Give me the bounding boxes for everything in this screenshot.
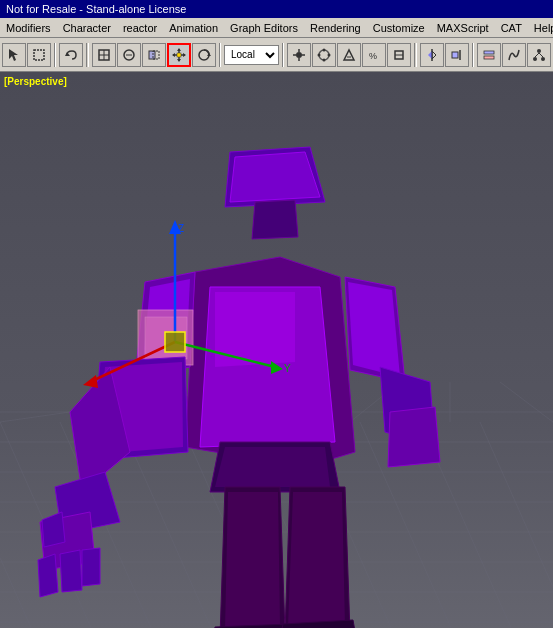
separator-6 (472, 43, 474, 67)
svg-rect-39 (484, 56, 494, 59)
menu-character[interactable]: Character (57, 20, 117, 36)
align-btn[interactable] (445, 43, 469, 67)
menu-customize[interactable]: Customize (367, 20, 431, 36)
angle-snap-btn[interactable] (337, 43, 361, 67)
svg-point-27 (318, 53, 321, 56)
svg-line-44 (539, 53, 543, 57)
svg-point-26 (323, 58, 326, 61)
svg-text:%: % (369, 51, 377, 61)
svg-rect-36 (452, 52, 458, 58)
svg-marker-94 (38, 554, 58, 597)
percent-snap-btn[interactable]: % (362, 43, 386, 67)
separator-3 (219, 43, 221, 67)
svg-point-25 (323, 48, 326, 51)
menu-maxscript[interactable]: MAXScript (431, 20, 495, 36)
svg-marker-101 (388, 407, 440, 467)
menu-graph-editors[interactable]: Graph Editors (224, 20, 304, 36)
menu-bar: Modifiers Character reactor Animation Gr… (0, 18, 553, 38)
mirror-btn[interactable] (420, 43, 444, 67)
title-text: Not for Resale - Stand-alone License (6, 3, 186, 15)
schematic-btn[interactable] (527, 43, 551, 67)
snap-btn[interactable] (312, 43, 336, 67)
svg-marker-75 (215, 447, 330, 487)
menu-animation[interactable]: Animation (163, 20, 224, 36)
curve-editor-btn[interactable] (502, 43, 526, 67)
svg-rect-8 (149, 51, 155, 59)
svg-marker-95 (60, 550, 82, 592)
svg-point-19 (296, 52, 302, 58)
svg-marker-14 (172, 53, 175, 57)
viewport-scene: Z Y (0, 72, 553, 628)
svg-marker-18 (207, 53, 211, 56)
svg-rect-1 (34, 50, 44, 60)
svg-rect-16 (177, 53, 181, 57)
svg-rect-38 (484, 51, 494, 54)
title-bar: Not for Resale - Stand-alone License (0, 0, 553, 18)
select-tool-btn[interactable] (2, 43, 26, 67)
svg-marker-80 (288, 492, 345, 627)
window-crossing-btn[interactable] (142, 43, 166, 67)
move-tool-btn[interactable] (167, 43, 191, 67)
svg-marker-15 (183, 53, 186, 57)
svg-point-40 (537, 49, 541, 53)
menu-cat[interactable]: CAT (495, 20, 528, 36)
svg-marker-77 (225, 492, 280, 628)
svg-point-28 (328, 53, 331, 56)
separator-4 (282, 43, 284, 67)
svg-text:Y: Y (284, 363, 291, 374)
select-filter-btn[interactable] (117, 43, 141, 67)
toolbar: Local World Parent Gimbal Screen % (0, 38, 553, 72)
svg-marker-83 (230, 152, 320, 202)
undo-btn[interactable] (59, 43, 83, 67)
svg-line-43 (535, 53, 539, 57)
svg-marker-0 (9, 49, 18, 61)
svg-point-42 (541, 57, 545, 61)
svg-text:Z: Z (178, 223, 184, 234)
svg-marker-34 (428, 51, 432, 59)
svg-marker-99 (348, 282, 400, 377)
svg-marker-84 (252, 200, 298, 239)
select-object-btn[interactable] (92, 43, 116, 67)
menu-modifiers[interactable]: Modifiers (0, 20, 57, 36)
menu-rendering[interactable]: Rendering (304, 20, 367, 36)
svg-marker-13 (177, 59, 181, 62)
separator-1 (54, 43, 56, 67)
menu-help[interactable]: Help (528, 20, 553, 36)
svg-marker-96 (82, 548, 100, 586)
select-region-btn[interactable] (27, 43, 51, 67)
separator-2 (86, 43, 88, 67)
svg-marker-12 (177, 48, 181, 51)
spinner-snap-btn[interactable] (387, 43, 411, 67)
menu-reactor[interactable]: reactor (117, 20, 163, 36)
svg-point-41 (533, 57, 537, 61)
svg-rect-110 (165, 332, 185, 352)
coord-system-select[interactable]: Local World Parent Gimbal Screen (224, 45, 279, 65)
viewport[interactable]: Z Y [Perspective] (0, 72, 553, 628)
rotate-tool-btn[interactable] (192, 43, 216, 67)
layer-btn[interactable] (477, 43, 501, 67)
pivot-btn[interactable] (287, 43, 311, 67)
separator-5 (414, 43, 416, 67)
